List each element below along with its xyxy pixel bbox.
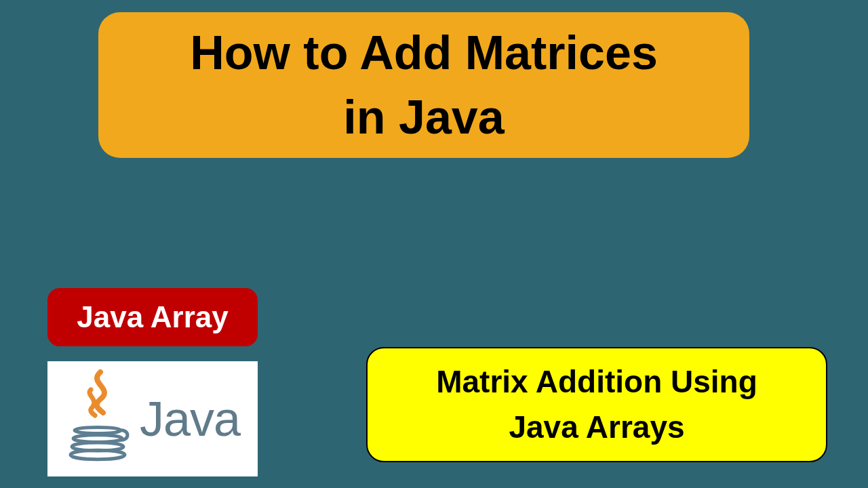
java-cup-icon — [65, 368, 130, 470]
subtitle-line-2: Java Arrays — [509, 409, 684, 445]
subtitle-box: Matrix Addition Using Java Arrays — [366, 347, 827, 462]
tag-box: Java Array — [47, 288, 258, 346]
title-line-1: How to Add Matrices — [190, 26, 658, 79]
title-line-2: in Java — [343, 91, 504, 144]
main-title-box: How to Add Matrices in Java — [98, 12, 749, 158]
main-title-text: How to Add Matrices in Java — [190, 21, 658, 149]
java-logo-text: Java — [140, 391, 240, 447]
subtitle-text: Matrix Addition Using Java Arrays — [436, 359, 757, 449]
subtitle-line-1: Matrix Addition Using — [436, 364, 757, 399]
tag-label: Java Array — [77, 300, 228, 334]
java-logo-box: Java — [47, 361, 258, 476]
